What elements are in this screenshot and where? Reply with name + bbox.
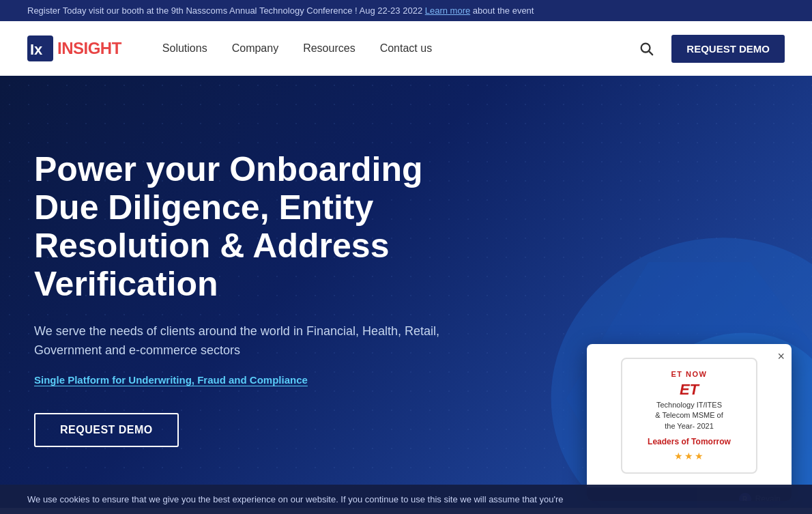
logo-text: INSIGHT <box>57 39 121 58</box>
et-badge-header: ET NOW <box>636 370 742 378</box>
nav-links: Solutions Company Resources Contact us <box>162 42 432 55</box>
et-badge: ET NOW ET Technology IT/ITES& Telecom MS… <box>621 358 757 474</box>
svg-text:Ix: Ix <box>30 41 43 58</box>
svg-line-3 <box>650 52 653 55</box>
navbar-left: Ix INSIGHT Solutions Company Resources C… <box>27 35 432 61</box>
hero-subtitle: We serve the needs of clients around the… <box>34 322 444 360</box>
cookie-text: We use cookies to ensure that we give yo… <box>27 494 564 504</box>
svg-point-2 <box>641 44 650 53</box>
et-badge-footer: Leaders of Tomorrow <box>636 437 742 446</box>
nav-item-solutions[interactable]: Solutions <box>162 42 207 55</box>
learn-more-link[interactable]: Learn more <box>425 5 470 16</box>
logo-icon: Ix <box>27 35 53 61</box>
nav-item-resources[interactable]: Resources <box>303 42 355 55</box>
navbar-right: REQUEST DEMO <box>635 35 785 63</box>
logo-text-insight: INSIGHT <box>57 39 121 57</box>
popup-close-button[interactable]: × <box>777 349 785 364</box>
nav-item-contact-us[interactable]: Contact us <box>380 42 432 55</box>
search-button[interactable] <box>635 37 658 60</box>
announcement-text: Register Today visit our booth at the 9t… <box>27 5 422 16</box>
et-badge-body: Technology IT/ITES& Telecom MSME ofthe Y… <box>636 400 742 431</box>
announcement-suffix: about the event <box>470 5 534 16</box>
hero-content: Power your Onboarding Due Diligence, Ent… <box>0 76 464 508</box>
et-badge-logo: ET <box>636 382 742 397</box>
navbar: Ix INSIGHT Solutions Company Resources C… <box>0 21 812 76</box>
popup-inner: ET NOW ET Technology IT/ITES& Telecom MS… <box>587 344 792 487</box>
search-icon <box>639 41 654 56</box>
request-demo-button[interactable]: REQUEST DEMO <box>671 35 785 63</box>
et-badge-stars: ★★★ <box>636 451 742 461</box>
nav-item-company[interactable]: Company <box>232 42 278 55</box>
announcement-bar: Register Today visit our booth at the 9t… <box>0 0 812 21</box>
hero-title: Power your Onboarding Due Diligence, Ent… <box>34 150 464 303</box>
hero-section: Power your Onboarding Due Diligence, Ent… <box>0 76 812 508</box>
hero-cta-button[interactable]: REQUEST DEMO <box>34 413 179 447</box>
cookie-bar: We use cookies to ensure that we give yo… <box>0 485 812 514</box>
hero-tagline[interactable]: Single Platform for Underwriting, Fraud … <box>34 374 464 386</box>
logo[interactable]: Ix INSIGHT <box>27 35 121 61</box>
popup-card: × ET NOW ET Technology IT/ITES& Telecom … <box>587 344 792 501</box>
